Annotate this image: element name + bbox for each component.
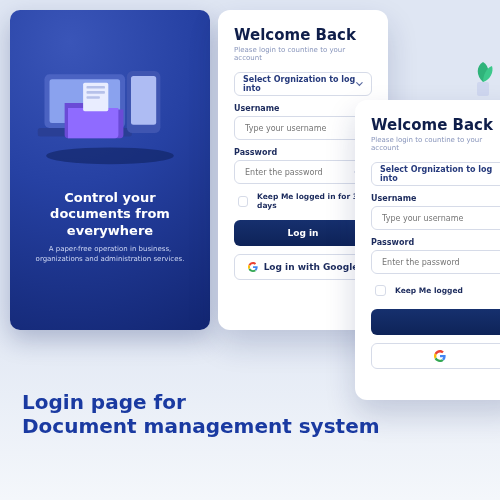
username-label: Username — [371, 194, 500, 203]
org-select[interactable]: Select Orgnization to log into — [371, 162, 500, 186]
remember-checkbox[interactable]: Keep Me logged — [371, 282, 500, 299]
hero-panel: Control your documents from everywhere A… — [10, 10, 210, 330]
username-label: Username — [234, 104, 372, 113]
google-login-button[interactable] — [371, 343, 500, 369]
password-field[interactable] — [371, 250, 500, 274]
chevron-down-icon — [356, 80, 363, 88]
hero-subtext: A paper-free operation in business, orga… — [32, 245, 188, 265]
hero-headline: Control your documents from everywhere — [26, 190, 194, 239]
svg-point-0 — [46, 147, 174, 164]
password-field[interactable] — [234, 160, 372, 184]
password-input[interactable] — [243, 167, 354, 178]
form-subtitle: Please login to countine to your account — [234, 46, 372, 62]
form-subtitle: Please login to countine to your account — [371, 136, 500, 152]
login-card-mobile: Welcome Back Please login to countine to… — [355, 100, 500, 400]
password-input[interactable] — [380, 257, 500, 268]
devices-folder-icon — [26, 34, 194, 168]
form-title: Welcome Back — [234, 26, 372, 44]
username-input[interactable] — [243, 123, 363, 134]
login-button[interactable] — [371, 309, 500, 335]
login-button-label: Log in — [288, 228, 319, 238]
remember-input[interactable] — [238, 196, 248, 207]
password-label: Password — [371, 238, 500, 247]
caption-line-1: Login page for — [22, 390, 478, 414]
design-stage: Control your documents from everywhere A… — [0, 0, 500, 500]
caption-line-2: Document management system — [22, 414, 478, 438]
username-input[interactable] — [380, 213, 500, 224]
google-icon — [248, 262, 258, 272]
svg-rect-11 — [477, 82, 489, 96]
remember-checkbox[interactable]: Keep Me logged in for 30 days — [234, 192, 372, 210]
username-field[interactable] — [371, 206, 500, 230]
plant-icon — [470, 60, 496, 102]
form-title: Welcome Back — [371, 116, 500, 134]
svg-rect-8 — [86, 91, 104, 94]
org-select[interactable]: Select Orgnization to log into — [234, 72, 372, 96]
login-button[interactable]: Log in — [234, 220, 372, 246]
svg-rect-7 — [86, 86, 104, 89]
google-button-label: Log in with Google — [264, 262, 359, 272]
org-select-label: Select Orgnization to log into — [380, 165, 500, 183]
org-select-label: Select Orgnization to log into — [243, 75, 356, 93]
design-caption: Login page for Document management syste… — [22, 390, 478, 438]
google-login-button[interactable]: Log in with Google — [234, 254, 372, 280]
hero-illustration — [26, 34, 194, 184]
password-label: Password — [234, 148, 372, 157]
svg-rect-5 — [131, 76, 156, 125]
username-field[interactable] — [234, 116, 372, 140]
remember-label: Keep Me logged — [395, 286, 463, 295]
google-icon — [434, 350, 446, 362]
svg-rect-9 — [86, 96, 99, 99]
remember-input[interactable] — [375, 285, 386, 296]
